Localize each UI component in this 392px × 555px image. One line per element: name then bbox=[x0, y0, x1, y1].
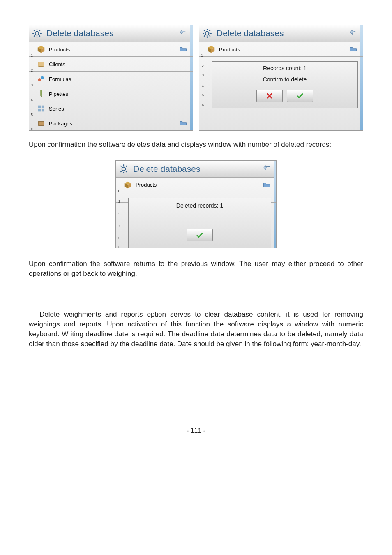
panel-header: Delete databases bbox=[29, 25, 193, 42]
back-arrow-icon[interactable] bbox=[260, 164, 274, 174]
packages-icon bbox=[37, 119, 46, 128]
back-arrow-icon[interactable] bbox=[176, 28, 190, 39]
pipettes-icon bbox=[37, 89, 46, 98]
deleted-records-text: Deleted records: 1 bbox=[129, 201, 271, 209]
panel-header: Delete databases bbox=[116, 161, 276, 178]
svg-point-10 bbox=[205, 32, 209, 35]
page-number: - 111 - bbox=[29, 427, 363, 447]
svg-rect-7 bbox=[38, 109, 41, 111]
folder-open-icon[interactable] bbox=[177, 45, 189, 54]
cube-icon bbox=[207, 45, 216, 54]
list-item[interactable]: 4Pipettes bbox=[29, 86, 193, 101]
panel-header: Delete databases bbox=[199, 25, 363, 42]
svg-point-0 bbox=[35, 32, 39, 35]
svg-rect-6 bbox=[42, 106, 44, 108]
svg-rect-4 bbox=[40, 90, 42, 96]
list-item[interactable]: 5Series bbox=[29, 101, 193, 116]
list-item[interactable]: 6Packages bbox=[29, 116, 193, 130]
series-icon bbox=[37, 104, 46, 113]
delete-db-list-screenshot: Delete databases 1Products 2Clients 3For… bbox=[29, 25, 193, 131]
list-item[interactable]: 2Clients bbox=[29, 57, 193, 72]
cube-icon bbox=[123, 180, 132, 190]
back-arrow-icon[interactable] bbox=[346, 28, 360, 39]
svg-rect-5 bbox=[38, 106, 41, 108]
deleted-result-screenshot: Delete databases 1Products 2 3 4 5 6 Del… bbox=[115, 160, 277, 248]
gear-icon bbox=[32, 28, 42, 39]
paragraph-2: Upon confirmation the software returns t… bbox=[29, 259, 363, 279]
formulas-icon bbox=[37, 74, 46, 83]
svg-rect-8 bbox=[42, 109, 44, 111]
svg-point-2 bbox=[38, 78, 41, 81]
panel-title: Delete databases bbox=[46, 28, 176, 38]
list-item[interactable]: 3Formulas bbox=[29, 72, 193, 86]
confirm-button[interactable] bbox=[287, 90, 313, 102]
confirm-text: Confirm to delete bbox=[212, 75, 357, 83]
cancel-button[interactable] bbox=[256, 90, 283, 102]
panel-title: Delete databases bbox=[217, 28, 346, 38]
paragraph-3: Delete weighments and reports option ser… bbox=[29, 310, 363, 349]
svg-rect-1 bbox=[38, 62, 44, 67]
svg-point-11 bbox=[122, 167, 126, 171]
folder-open-icon[interactable] bbox=[347, 45, 360, 54]
gear-icon bbox=[202, 28, 212, 39]
folder-open-icon[interactable] bbox=[261, 180, 273, 190]
gear-icon bbox=[118, 164, 129, 174]
list-item[interactable]: 1Products bbox=[199, 42, 363, 57]
cube-icon bbox=[37, 45, 46, 54]
records-count-text: Records count: 1 bbox=[212, 64, 357, 72]
panel-title: Delete databases bbox=[133, 164, 260, 174]
svg-point-3 bbox=[41, 76, 44, 79]
list-item[interactable]: 1Products bbox=[116, 178, 276, 192]
svg-rect-9 bbox=[39, 121, 44, 125]
top-screenshot-pair: Delete databases 1Products 2Clients 3For… bbox=[29, 25, 363, 131]
ok-button[interactable] bbox=[187, 229, 213, 241]
result-dialog: Deleted records: 1 bbox=[128, 198, 271, 248]
list-item[interactable]: 1Products bbox=[29, 42, 193, 57]
folder-open-icon[interactable] bbox=[177, 119, 189, 128]
confirm-dialog: Records count: 1 Confirm to delete bbox=[212, 61, 358, 108]
confirm-delete-screenshot: Delete databases 1Products 2 3 4 5 6 Rec… bbox=[199, 25, 363, 131]
paragraph-1: Upon confirmation the software deletes d… bbox=[29, 140, 363, 150]
clients-icon bbox=[37, 60, 46, 69]
